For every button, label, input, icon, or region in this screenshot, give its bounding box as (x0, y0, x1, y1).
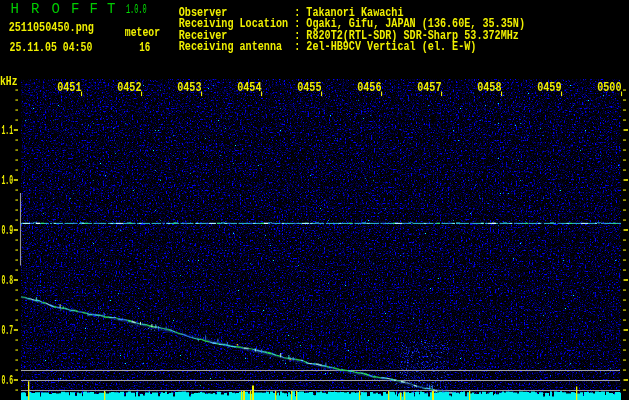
svg-text:0.6: 0.6 (2, 374, 14, 388)
svg-text:0456: 0456 (357, 80, 381, 95)
svg-text:kHz: kHz (0, 74, 18, 89)
svg-text:1.0.0: 1.0.0 (126, 2, 147, 17)
svg-text:0459: 0459 (537, 80, 561, 95)
svg-text:25.11.05 04:50: 25.11.05 04:50 (10, 40, 93, 55)
svg-text:T: T (107, 1, 115, 17)
svg-text:0.8: 0.8 (2, 274, 14, 288)
svg-text:0452: 0452 (117, 80, 141, 95)
svg-text:1.0: 1.0 (2, 174, 14, 188)
svg-text:0455: 0455 (297, 80, 321, 95)
svg-text:0454: 0454 (237, 80, 261, 95)
svg-text:H: H (11, 1, 19, 17)
svg-text:0.9: 0.9 (2, 224, 14, 238)
svg-text:0.7: 0.7 (2, 324, 14, 338)
svg-text:0453: 0453 (177, 80, 201, 95)
svg-text:1.1: 1.1 (2, 124, 14, 138)
svg-text:O: O (52, 1, 60, 17)
svg-text:F: F (71, 1, 79, 17)
svg-text:meteor: meteor (125, 25, 160, 40)
svg-text:2511050450.png: 2511050450.png (9, 20, 94, 35)
svg-text:R: R (31, 1, 40, 17)
svg-text:16: 16 (139, 40, 150, 55)
svg-text:Receiving antenna : 2el-HB9CV: Receiving antenna : 2el-HB9CV Vertical (… (179, 39, 477, 54)
svg-text:0458: 0458 (477, 80, 501, 95)
svg-text:0457: 0457 (417, 80, 441, 95)
svg-text:0500: 0500 (597, 80, 621, 95)
svg-text:F: F (90, 1, 98, 17)
svg-text:0451: 0451 (57, 80, 81, 95)
